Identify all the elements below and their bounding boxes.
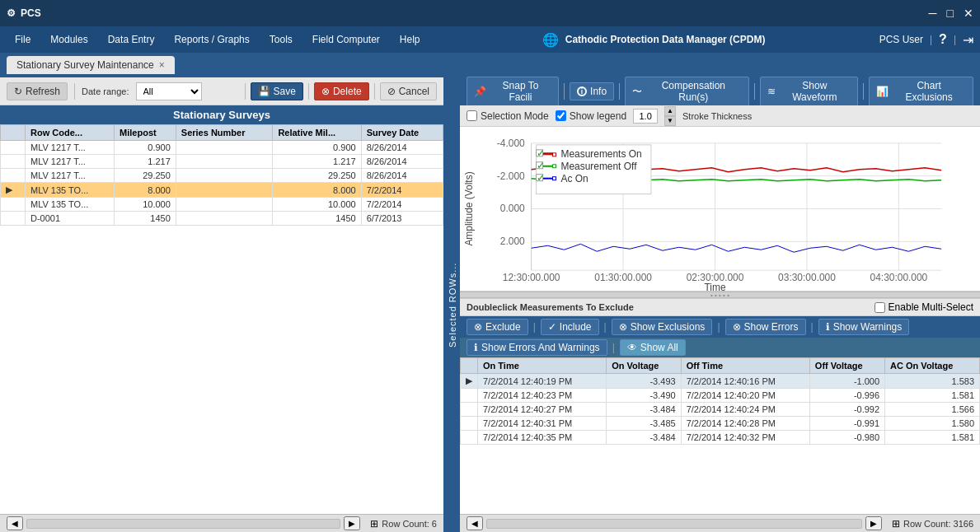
list-item[interactable]: ▶ 7/2/2014 12:40:19 PM -3.493 7/2/2014 1… (461, 374, 980, 389)
save-button[interactable]: 💾 Save (251, 82, 303, 100)
compensation-runs-button[interactable]: 〜 Compensation Run(s) (625, 77, 749, 106)
col-on-voltage: On Voltage (607, 358, 681, 374)
tab-close-button[interactable]: × (159, 59, 165, 71)
meas-scroll-left-button[interactable]: ◀ (467, 516, 483, 530)
on-voltage: -3.493 (607, 374, 681, 389)
show-warnings-button[interactable]: ℹ Show Warnings (818, 319, 910, 335)
meas-scroll-right-button[interactable]: ▶ (865, 516, 882, 530)
cancel-button[interactable]: ⊘ Cancel (380, 82, 437, 100)
svg-text:03:30:00.000: 03:30:00.000 (778, 272, 836, 283)
menu-data-entry[interactable]: Data Entry (100, 30, 163, 49)
row-indicator (461, 403, 478, 417)
chart-toolbar-divider-4 (863, 83, 864, 100)
stroke-up-button[interactable]: ▲ (664, 106, 676, 116)
menu-bar: File Modules Data Entry Reports / Graphs… (0, 26, 980, 53)
row-indicator: ▶ (461, 374, 478, 389)
enable-multiselect-checkbox[interactable] (874, 302, 885, 313)
on-time: 7/2/2014 12:40:23 PM (478, 389, 607, 403)
info-button[interactable]: i Info (570, 82, 614, 100)
logout-icon[interactable]: ⇥ (963, 32, 973, 48)
snap-to-facility-button[interactable]: 📌 Snap To Facili (467, 77, 559, 106)
show-errors-button[interactable]: ⊗ Show Errors (725, 319, 806, 335)
ac-on-voltage: 1.581 (885, 431, 980, 445)
delete-button[interactable]: ⊗ Delete (314, 82, 369, 100)
save-icon: 💾 (258, 86, 270, 97)
row-indicator (1, 198, 26, 212)
menu-tools[interactable]: Tools (261, 30, 301, 49)
show-waveform-button[interactable]: ≋ Show Waveform (760, 77, 858, 106)
toolbar-divider-2 (245, 83, 246, 100)
menu-field-computer[interactable]: Field Computer (304, 30, 388, 49)
show-exclusions-button[interactable]: ⊗ Show Exclusions (612, 319, 713, 335)
include-button[interactable]: ✓ Include (541, 319, 599, 335)
show-errors-warnings-button[interactable]: ℹ Show Errors And Warnings (467, 339, 607, 356)
milepost: 0.900 (115, 141, 176, 155)
on-voltage: -3.484 (607, 431, 681, 445)
list-item[interactable]: 7/2/2014 12:40:35 PM -3.484 7/2/2014 12:… (461, 431, 980, 445)
show-legend-label[interactable]: Show legend (556, 110, 626, 122)
list-item[interactable]: 7/2/2014 12:40:23 PM -3.490 7/2/2014 12:… (461, 389, 980, 403)
row-indicator (1, 212, 26, 226)
table-row[interactable]: ▶ MLV 135 TO... 8.000 8.000 7/2/2014 (1, 183, 443, 198)
help-icon[interactable]: ? (939, 32, 947, 47)
row-code: MLV 135 TO... (26, 198, 115, 212)
maximize-button[interactable]: □ (947, 7, 954, 20)
meas-horizontal-scrollbar[interactable] (486, 519, 862, 529)
horizontal-scrollbar[interactable] (26, 519, 340, 529)
stationary-surveys-table-container[interactable]: Row Code... Milepost Series Number Relat… (0, 124, 443, 514)
chart-exclusions-button[interactable]: 📊 Chart Exclusions (869, 77, 973, 106)
tab-label: Stationary Survey Maintenance (16, 59, 154, 71)
on-voltage: -3.484 (607, 403, 681, 417)
relative-mil: 0.900 (273, 141, 361, 155)
table-row[interactable]: MLV 1217 T... 1.217 1.217 8/26/2014 (1, 155, 443, 169)
selection-mode-checkbox[interactable] (467, 110, 477, 121)
menu-file[interactable]: File (7, 30, 39, 49)
row-indicator (1, 155, 26, 169)
on-time: 7/2/2014 12:40:31 PM (478, 417, 607, 431)
chart-area: -4.000 -2.000 0.000 2.000 12:30:00.000 0… (460, 127, 980, 292)
ac-on-voltage: 1.580 (885, 417, 980, 431)
stationary-surveys-footer: ◀ ▶ ⊞ Row Count: 6 (0, 514, 443, 532)
series-number (176, 183, 273, 198)
menu-modules[interactable]: Modules (42, 30, 96, 49)
milepost: 29.250 (115, 169, 176, 183)
scroll-left-button[interactable]: ◀ (7, 516, 23, 530)
measurements-table-container[interactable]: On Time On Voltage Off Time Off Voltage … (460, 357, 980, 514)
show-all-button[interactable]: 👁 Show All (620, 339, 686, 356)
table-row[interactable]: MLV 135 TO... 10.000 10.000 7/2/2014 (1, 198, 443, 212)
tab-bar: Stationary Survey Maintenance × (0, 53, 980, 77)
minimize-button[interactable]: ─ (929, 7, 937, 20)
measurements-toolbar-2: ℹ Show Errors And Warnings | 👁 Show All (460, 338, 980, 357)
list-item[interactable]: 7/2/2014 12:40:31 PM -3.485 7/2/2014 12:… (461, 417, 980, 431)
row-indicator (461, 389, 478, 403)
svg-text:Time: Time (704, 282, 725, 291)
info-icon: i (577, 86, 587, 96)
menu-help[interactable]: Help (392, 30, 429, 49)
show-legend-checkbox[interactable] (556, 110, 566, 121)
stroke-down-button[interactable]: ▼ (664, 116, 676, 126)
menu-reports-graphs[interactable]: Reports / Graphs (166, 30, 257, 49)
selection-mode-label[interactable]: Selection Mode (467, 110, 549, 122)
col-header-relative-mil: Relative Mil... (273, 125, 361, 141)
list-item[interactable]: 7/2/2014 12:40:27 PM -3.484 7/2/2014 12:… (461, 403, 980, 417)
survey-date: 8/26/2014 (361, 169, 443, 183)
table-row[interactable]: D-0001 1450 1450 6/7/2013 (1, 212, 443, 226)
enable-multiselect-label: Enable Multi-Select (889, 301, 973, 313)
refresh-button[interactable]: ↻ Refresh (7, 82, 68, 100)
date-range-select[interactable]: All (136, 82, 202, 100)
off-voltage: -0.980 (809, 431, 884, 445)
date-range-label: Date range: (82, 86, 129, 96)
tab-stationary-survey[interactable]: Stationary Survey Maintenance × (7, 56, 175, 74)
meas-grid-icon: ⊞ (892, 518, 900, 530)
selected-rows-sidebar[interactable]: Selected ROWs... (445, 77, 460, 532)
main-content: ↻ Refresh Date range: All 💾 Save ⊗ Delet… (0, 77, 980, 532)
table-row[interactable]: MLV 1217 T... 0.900 0.900 8/26/2014 (1, 141, 443, 155)
table-row[interactable]: MLV 1217 T... 29.250 29.250 8/26/2014 (1, 169, 443, 183)
info-icon-2: ℹ (474, 342, 478, 353)
off-voltage: -0.992 (809, 403, 884, 417)
exclude-button[interactable]: ⊗ Exclude (467, 319, 528, 335)
stroke-thickness-input[interactable] (633, 109, 658, 124)
panel-splitter[interactable]: • • • • • (460, 292, 980, 298)
close-button[interactable]: ✕ (964, 7, 973, 20)
scroll-right-button[interactable]: ▶ (344, 516, 360, 530)
